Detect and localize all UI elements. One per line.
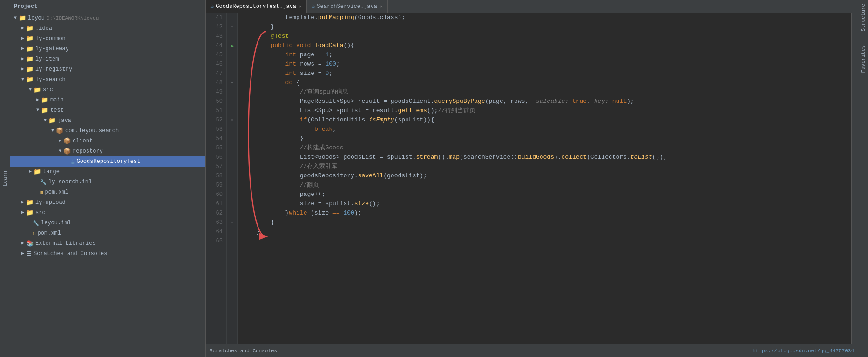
ln-49: 49 bbox=[206, 88, 223, 97]
gutter-56 bbox=[227, 153, 237, 162]
iml-icon: 🔧 bbox=[40, 179, 47, 185]
ln-41: 41 bbox=[206, 13, 223, 22]
bottom-scratches-label: Scratches and Consoles bbox=[210, 348, 277, 354]
ln-56: 56 bbox=[206, 153, 223, 162]
ln-52: 52 bbox=[206, 115, 223, 125]
code-line-55: //构建成Goods bbox=[242, 143, 851, 153]
code-line-63: } bbox=[242, 218, 851, 227]
tree-item-pom-xml-root[interactable]: m pom.xml bbox=[10, 228, 205, 238]
arrow-repostory bbox=[57, 148, 63, 155]
right-scrollbar[interactable] bbox=[851, 13, 858, 344]
tree-item-ly-gateway[interactable]: 📁 ly-gateway bbox=[10, 44, 205, 54]
left-margin: Learn bbox=[0, 0, 10, 357]
gutter-55 bbox=[227, 143, 237, 153]
url-link[interactable]: https://blog.csdn.net/qq_44757034 bbox=[753, 348, 854, 354]
project-sidebar: Project 📁 leyou D:\IDEAWORK\leyou 📁 .ide… bbox=[10, 0, 206, 357]
tab-close-1[interactable]: ✕ bbox=[299, 4, 302, 9]
gutter-57 bbox=[227, 162, 237, 171]
code-line-62: }while (size == 100); bbox=[242, 209, 851, 218]
arrow-ly-upload bbox=[20, 199, 26, 206]
arrow-ly-search bbox=[20, 76, 26, 83]
code-line-52: if(CollectionUtils.isEmpty(spuList)){ bbox=[242, 115, 851, 125]
code-line-42: } bbox=[242, 22, 851, 32]
fold-icon-42[interactable]: ▾ bbox=[231, 24, 233, 30]
tree-item-ly-upload[interactable]: 📁 ly-upload bbox=[10, 197, 205, 208]
ln-58: 58 bbox=[206, 171, 223, 181]
gutter-47 bbox=[227, 69, 237, 78]
ln-42: 42 bbox=[206, 22, 223, 32]
arrow-java bbox=[42, 117, 48, 124]
pom-root-label: pom.xml bbox=[38, 230, 61, 236]
fold-icon-52[interactable]: ▾ bbox=[231, 117, 233, 123]
ly-gateway-label: ly-gateway bbox=[35, 46, 69, 52]
gutter-49 bbox=[227, 88, 237, 97]
repostory-label: repostory bbox=[73, 148, 103, 155]
gutter-48: ▾ bbox=[227, 78, 237, 88]
tree-item-main[interactable]: 📁 main bbox=[10, 95, 205, 105]
tree-item-GoodsRepositoryTest[interactable]: ☕ GoodsRepositoryTest bbox=[10, 156, 205, 167]
tree-item-scratches[interactable]: ☰ Scratches and Consoles bbox=[10, 249, 205, 259]
editor-area: ☕ GoodsRepositoryTest.java ✕ ☕ SearchSer… bbox=[206, 0, 858, 357]
ln-43: 43 bbox=[206, 32, 223, 41]
ln-54: 54 bbox=[206, 134, 223, 143]
tree-item-repostory[interactable]: 📦 repostory bbox=[10, 146, 205, 156]
fold-icon-48[interactable]: ▾ bbox=[231, 80, 233, 86]
client-label: client bbox=[73, 138, 93, 144]
arrow-src bbox=[27, 87, 34, 93]
tab-SearchService-label: SearchService.java bbox=[317, 3, 377, 10]
tab-SearchService[interactable]: ☕ SearchService.java ✕ bbox=[307, 0, 388, 13]
gutter-50 bbox=[227, 97, 237, 106]
arrow-main bbox=[34, 97, 41, 103]
ln-53: 53 bbox=[206, 125, 223, 134]
tab-close-2[interactable]: ✕ bbox=[380, 4, 383, 9]
gutter-44[interactable]: ▶ bbox=[227, 41, 237, 50]
ln-65: 65 bbox=[206, 236, 223, 246]
tree-item-ly-item[interactable]: 📁 ly-item bbox=[10, 54, 205, 64]
structure-label[interactable]: Structure bbox=[861, 4, 866, 31]
run-icon[interactable]: ▶ bbox=[231, 42, 234, 49]
tab-GoodsRepositoryTest[interactable]: ☕ GoodsRepositoryTest.java ✕ bbox=[206, 0, 307, 13]
tree-item-java[interactable]: 📁 java bbox=[10, 115, 205, 126]
tree-item-src[interactable]: 📁 src bbox=[10, 85, 205, 95]
fold-icon-63[interactable]: ▾ bbox=[231, 220, 233, 225]
sidebar-tree: 📁 leyou D:\IDEAWORK\leyou 📁 .idea 📁 ly-c… bbox=[10, 13, 205, 357]
gutter-64 bbox=[227, 227, 237, 236]
code-editor[interactable]: template.putMapping(Goods.class); } @Tes… bbox=[238, 13, 851, 344]
tree-item-idea[interactable]: 📁 .idea bbox=[10, 23, 205, 34]
code-line-59: //翻页 bbox=[242, 181, 851, 190]
tab-java-icon-1: ☕ bbox=[210, 3, 214, 10]
tree-item-pom-xml-search[interactable]: m pom.xml bbox=[10, 187, 205, 197]
pom-root-icon: m bbox=[33, 230, 36, 236]
ln-55: 55 bbox=[206, 143, 223, 153]
tree-item-leyou-iml[interactable]: 🔧 leyou.iml bbox=[10, 218, 205, 228]
tree-item-ly-registry[interactable]: 📁 ly-registry bbox=[10, 64, 205, 74]
com-leyou-search-label: com.leyou.search bbox=[65, 128, 119, 134]
ly-common-icon: 📁 bbox=[26, 35, 34, 42]
tree-item-test[interactable]: 📁 test bbox=[10, 105, 205, 115]
gutter: ▾ ▶ ▾ ▾ bbox=[227, 13, 238, 344]
code-line-53: break; bbox=[242, 125, 851, 134]
arrow-ly-registry bbox=[20, 66, 26, 73]
tree-item-com-leyou-search[interactable]: 📦 com.leyou.search bbox=[10, 126, 205, 136]
tree-item-ly-common[interactable]: 📁 ly-common bbox=[10, 34, 205, 44]
gutter-54 bbox=[227, 134, 237, 143]
test-icon: 📁 bbox=[41, 107, 48, 114]
main-label: main bbox=[50, 97, 64, 103]
tree-item-ly-search[interactable]: 📁 ly-search bbox=[10, 74, 205, 85]
ln-64: 64 bbox=[206, 227, 223, 236]
ly-upload-label: ly-upload bbox=[35, 199, 66, 206]
ly-item-label: ly-item bbox=[35, 56, 59, 62]
tree-item-external-libs[interactable]: 📚 External Libraries bbox=[10, 238, 205, 249]
learn-label[interactable]: Learn bbox=[2, 171, 8, 186]
code-line-64: } bbox=[242, 227, 851, 236]
code-line-49: //查询spu的信息 bbox=[242, 88, 851, 97]
tree-item-src2[interactable]: 📁 src bbox=[10, 208, 205, 218]
gutter-46 bbox=[227, 60, 237, 69]
ln-63: 63 bbox=[206, 218, 223, 227]
favorites-label[interactable]: Favorites bbox=[861, 45, 866, 73]
external-libs-label: External Libraries bbox=[35, 240, 96, 247]
tree-item-ly-search-iml[interactable]: 🔧 ly-search.iml bbox=[10, 177, 205, 187]
tree-item-leyou[interactable]: 📁 leyou D:\IDEAWORK\leyou bbox=[10, 13, 205, 23]
tree-item-target[interactable]: 📁 target bbox=[10, 167, 205, 177]
tree-item-client[interactable]: 📦 client bbox=[10, 136, 205, 146]
